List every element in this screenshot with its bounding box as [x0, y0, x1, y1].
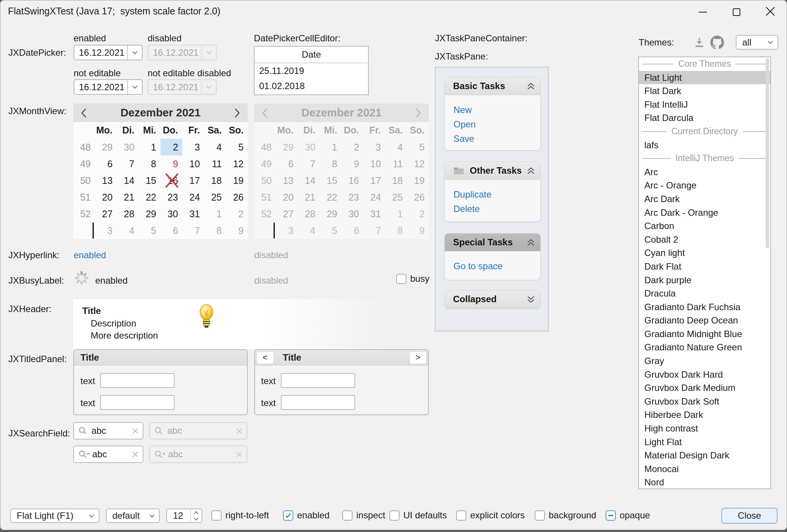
- checkbox-group-explicit-colors[interactable]: explicit colors: [456, 510, 525, 521]
- calendar-day[interactable]: 29: [139, 206, 161, 222]
- calendar-day[interactable]: 17: [363, 172, 385, 189]
- calendar-day-selected[interactable]: 2: [342, 139, 364, 155]
- download-theme-button[interactable]: [694, 37, 705, 50]
- checkbox-group-inspect[interactable]: inspect: [342, 510, 385, 521]
- font-size-spinner[interactable]: 12: [166, 508, 202, 523]
- titledpanel-prev-button[interactable]: <: [257, 352, 274, 364]
- theme-item[interactable]: Gray: [639, 354, 770, 368]
- search-input[interactable]: abc: [90, 449, 132, 460]
- calendar-day[interactable]: 3: [95, 222, 117, 239]
- calendar-day[interactable]: 3: [363, 139, 385, 155]
- calendar-day[interactable]: 10: [182, 155, 204, 172]
- scrollbar-thumb[interactable]: [766, 58, 769, 248]
- theme-item[interactable]: Arc: [639, 165, 770, 179]
- next-month-button[interactable]: [227, 108, 248, 118]
- taskpane-header[interactable]: Other Tasks: [445, 162, 540, 180]
- calendar-day[interactable]: 4: [204, 139, 226, 155]
- calendar-day[interactable]: 6: [95, 155, 117, 172]
- checkbox-group-right-to-left[interactable]: right-to-left: [211, 510, 269, 521]
- checkbox-group-enabled[interactable]: enabled: [283, 510, 329, 521]
- calendar-day[interactable]: 15: [320, 172, 342, 189]
- calendar-day[interactable]: 22: [139, 189, 161, 206]
- calendar-day[interactable]: 30: [117, 139, 139, 155]
- github-button[interactable]: [710, 36, 724, 52]
- calendar-day[interactable]: 31: [363, 206, 385, 222]
- calendar-day[interactable]: 9: [226, 222, 248, 239]
- taskpane-link[interactable]: Duplicate: [453, 187, 540, 202]
- theme-item[interactable]: Light Flat: [639, 435, 770, 449]
- calendar-day[interactable]: 26: [226, 189, 248, 206]
- calendar-day[interactable]: 17: [182, 172, 204, 189]
- calendar-day[interactable]: 1: [320, 139, 342, 155]
- titledpanel-next-button[interactable]: >: [409, 352, 427, 364]
- font-combobox[interactable]: default: [106, 508, 160, 523]
- calendar-day[interactable]: 3: [276, 222, 298, 239]
- calendar-day[interactable]: 28: [117, 206, 139, 222]
- clear-icon[interactable]: [132, 452, 138, 457]
- calendar-day[interactable]: 1: [139, 139, 161, 155]
- calendar-day[interactable]: 3: [182, 139, 204, 155]
- calendar-day[interactable]: 6: [342, 222, 364, 239]
- calendar-day[interactable]: 1: [204, 206, 226, 222]
- calendar-day[interactable]: 23: [161, 189, 183, 206]
- text-input[interactable]: [281, 373, 355, 388]
- checkbox-group-opaque[interactable]: opaque: [606, 510, 650, 521]
- calendar-day[interactable]: 30: [342, 206, 364, 222]
- calendar-day[interactable]: 1: [385, 206, 407, 222]
- right-to-left-checkbox[interactable]: [211, 510, 222, 521]
- calendar-day[interactable]: 12: [407, 155, 429, 172]
- theme-item[interactable]: Material Design Dark: [639, 449, 770, 462]
- taskpane-header[interactable]: Basic Tasks: [445, 77, 540, 95]
- previous-month-button[interactable]: [73, 108, 94, 118]
- theme-item[interactable]: Flat IntelliJ: [639, 98, 770, 111]
- UI-defaults-checkbox[interactable]: [389, 510, 400, 521]
- calendar-day[interactable]: 16: [161, 172, 183, 189]
- table-row[interactable]: 25.11.2019: [255, 63, 368, 78]
- calendar-day[interactable]: 8: [139, 155, 161, 172]
- calendar-day[interactable]: 24: [363, 189, 385, 206]
- search-input[interactable]: abc: [87, 425, 132, 436]
- calendar-day[interactable]: 18: [204, 172, 226, 189]
- calendar-day[interactable]: 15: [139, 172, 161, 189]
- text-input[interactable]: [100, 395, 175, 410]
- opaque-checkbox[interactable]: [606, 510, 616, 521]
- calendar-day[interactable]: 19: [226, 172, 248, 189]
- theme-item[interactable]: Hiberbee Dark: [639, 408, 770, 422]
- theme-item[interactable]: Arc - Orange: [639, 179, 770, 192]
- calendar-day[interactable]: 13: [276, 172, 298, 189]
- calendar-day[interactable]: 21: [117, 189, 139, 206]
- busy-checkbox[interactable]: [396, 274, 406, 284]
- taskpane-link[interactable]: New: [453, 103, 540, 117]
- calendar-day[interactable]: 5: [139, 222, 161, 239]
- calendar-day[interactable]: 20: [276, 189, 298, 206]
- taskpane-link[interactable]: Save: [453, 132, 540, 146]
- theme-item[interactable]: Gradianto Dark Fuchsia: [639, 300, 770, 314]
- calendar-day[interactable]: 4: [298, 222, 320, 239]
- calendar-day[interactable]: 30: [298, 139, 320, 155]
- calendar-day[interactable]: 27: [276, 206, 298, 222]
- calendar-day[interactable]: 22: [320, 189, 342, 206]
- calendar-day[interactable]: 31: [182, 206, 204, 222]
- themes-list[interactable]: Core ThemesFlat LightFlat DarkFlat Intel…: [638, 56, 771, 489]
- theme-item-selected[interactable]: Flat Light: [639, 71, 770, 85]
- calendar-day[interactable]: 28: [298, 206, 320, 222]
- table-column-header[interactable]: Date: [255, 47, 368, 63]
- calendar-day[interactable]: 18: [385, 172, 407, 189]
- text-input[interactable]: [281, 395, 355, 410]
- theme-item[interactable]: Monocai: [639, 462, 770, 476]
- theme-item[interactable]: Gruvbox Dark Medium: [639, 381, 770, 395]
- theme-item[interactable]: Dracula: [639, 287, 770, 300]
- calendar-day[interactable]: 27: [95, 206, 117, 222]
- datepicker-dropdown-button[interactable]: [127, 46, 142, 60]
- calendar-day[interactable]: 5: [226, 139, 248, 155]
- calendar-day[interactable]: 16: [342, 172, 364, 189]
- calendar-day[interactable]: 30: [161, 206, 183, 222]
- calendar-day[interactable]: 4: [385, 139, 407, 155]
- calendar-day[interactable]: 7: [182, 222, 204, 239]
- taskpane-link[interactable]: Go to space: [453, 259, 540, 273]
- theme-item[interactable]: Flat Darcula: [639, 111, 770, 125]
- theme-item[interactable]: Gradianto Deep Ocean: [639, 314, 770, 327]
- theme-item[interactable]: Gradianto Nature Green: [639, 341, 770, 354]
- calendar-day[interactable]: 6: [161, 222, 183, 239]
- explicit-colors-checkbox[interactable]: [456, 510, 466, 521]
